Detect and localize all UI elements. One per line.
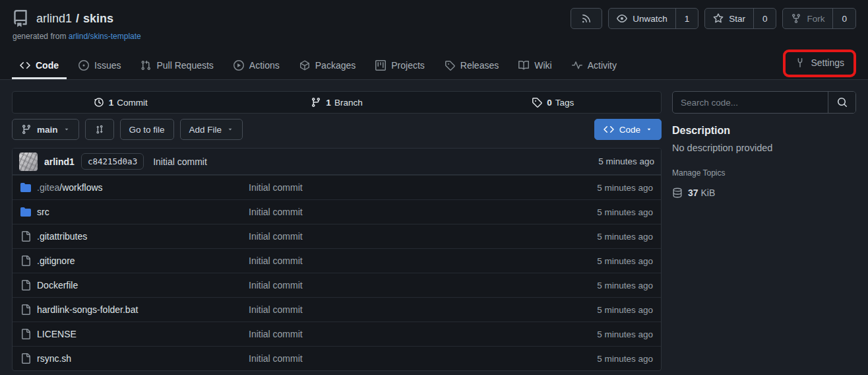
pulse-icon: [572, 60, 582, 71]
caret-down-icon: [227, 126, 233, 133]
folder-icon: [20, 207, 31, 217]
manage-topics-link[interactable]: Manage Topics: [672, 168, 726, 178]
file-link[interactable]: .gitattributes: [37, 231, 87, 242]
file-commit-message-link[interactable]: Initial commit: [249, 231, 597, 242]
branches-stat[interactable]: 1 Branch: [229, 92, 445, 113]
commit-label: Commit: [117, 98, 148, 108]
stars-count[interactable]: 0: [753, 9, 776, 28]
issue-opened-icon: [78, 60, 89, 71]
forks-count[interactable]: 0: [832, 9, 855, 28]
tab-actions[interactable]: Actions: [226, 53, 288, 79]
file-link[interactable]: LICENSE: [37, 329, 77, 339]
branch-label: Branch: [334, 98, 363, 108]
file-link[interactable]: hardlink-songs-folder.bat: [37, 304, 138, 315]
tag-label: Tags: [555, 98, 574, 108]
git-branch-icon: [21, 124, 32, 135]
add-file-button[interactable]: Add File: [180, 119, 243, 140]
add-file-label: Add File: [189, 125, 222, 135]
file-icon: [20, 329, 31, 339]
file-commit-message-link[interactable]: Initial commit: [249, 304, 597, 315]
tab-issues[interactable]: Issues: [71, 53, 129, 79]
folder-icon: [20, 182, 31, 193]
table-row: .gitea/workflows Initial commit 5 minute…: [13, 175, 661, 199]
fork-button[interactable]: Fork: [783, 9, 832, 28]
tags-stat[interactable]: 0 Tags: [445, 92, 661, 113]
repo-action-buttons: Unwatch 1 Star 0 Fork 0: [571, 8, 856, 29]
branch-selector[interactable]: main: [12, 119, 79, 140]
annotation-red-box: Settings: [783, 50, 856, 77]
file-browser-box: arlind1 c84215d0a3 Initial commit 5 minu…: [12, 148, 662, 371]
file-link[interactable]: Dockerfile: [37, 280, 78, 290]
repo-size-unit: KiB: [700, 188, 715, 198]
code-download-button[interactable]: Code: [594, 119, 662, 140]
file-commit-message-link[interactable]: Initial commit: [249, 329, 597, 339]
tab-label: Packages: [315, 60, 356, 71]
fork-label: Fork: [807, 14, 824, 24]
tab-packages[interactable]: Packages: [292, 53, 363, 79]
git-pull-request-icon: [140, 60, 151, 71]
rss-icon: [581, 13, 592, 24]
tab-projects[interactable]: Projects: [367, 53, 433, 79]
branch-count: 1: [326, 98, 331, 108]
rss-feed-button[interactable]: [571, 9, 602, 28]
repo-owner-link[interactable]: arlind1: [36, 12, 72, 25]
file-commit-message-link[interactable]: Initial commit: [249, 256, 597, 266]
tab-releases[interactable]: Releases: [437, 53, 507, 79]
tab-label: Issues: [94, 60, 121, 71]
file-path-prefix: .gitea: [37, 182, 59, 193]
tag-count: 0: [547, 98, 552, 108]
star-button[interactable]: Star: [705, 9, 753, 28]
avatar: [19, 153, 38, 171]
description-title: Description: [672, 125, 856, 137]
generated-from-template-link[interactable]: arlind/skins-template: [69, 32, 141, 41]
table-row: .gitignore Initial commit 5 minutes ago: [13, 248, 661, 273]
repo-name-link[interactable]: skins: [83, 12, 113, 25]
latest-commit-row: arlind1 c84215d0a3 Initial commit 5 minu…: [13, 149, 661, 175]
tab-activity[interactable]: Activity: [564, 53, 625, 79]
tab-code[interactable]: Code: [12, 53, 67, 79]
file-commit-message-link[interactable]: Initial commit: [249, 280, 597, 290]
tab-label: Wiki: [534, 60, 551, 71]
tab-wiki[interactable]: Wiki: [511, 53, 559, 79]
generated-from: generated from arlind/skins-template: [13, 32, 141, 41]
commits-stat[interactable]: 1 Commit: [13, 92, 229, 113]
search-button[interactable]: [828, 92, 855, 113]
compare-button[interactable]: [85, 119, 114, 140]
eye-icon: [617, 13, 627, 24]
file-commit-message-link[interactable]: Initial commit: [249, 182, 597, 193]
file-time: 5 minutes ago: [597, 232, 653, 242]
file-commit-message-link[interactable]: Initial commit: [249, 353, 597, 364]
tab-settings[interactable]: Settings: [786, 52, 853, 75]
file-commit-message-link[interactable]: Initial commit: [249, 207, 597, 217]
page-header: arlind1 / skins generated from arlind/sk…: [0, 0, 868, 80]
table-row: LICENSE Initial commit 5 minutes ago: [13, 322, 661, 346]
commit-hash-link[interactable]: c84215d0a3: [81, 153, 144, 170]
watchers-count[interactable]: 1: [675, 9, 698, 28]
tag-icon: [445, 60, 455, 71]
file-link[interactable]: .gitignore: [37, 256, 75, 266]
tab-label: Actions: [249, 60, 280, 71]
file-name: /workflows: [59, 182, 102, 193]
goto-file-button[interactable]: Go to file: [120, 119, 174, 140]
repo-title-block: arlind1 / skins generated from arlind/sk…: [12, 8, 141, 41]
commit-message-link[interactable]: Initial commit: [153, 156, 207, 167]
table-row: Dockerfile Initial commit 5 minutes ago: [13, 273, 661, 297]
unwatch-label: Unwatch: [633, 14, 667, 24]
history-icon: [94, 97, 104, 108]
unwatch-button[interactable]: Unwatch: [609, 9, 675, 28]
file-name: .gitignore: [37, 256, 75, 266]
tab-label: Releases: [460, 60, 499, 71]
project-board-icon: [375, 60, 386, 71]
repo-sidebar: Description No description provided Mana…: [672, 91, 856, 371]
file-link[interactable]: rsync.sh: [37, 353, 71, 364]
file-icon: [20, 304, 31, 315]
file-link[interactable]: src: [37, 207, 49, 217]
repo-title: arlind1 / skins: [12, 10, 141, 27]
search-input[interactable]: [673, 92, 828, 113]
tab-pull-requests[interactable]: Pull Requests: [133, 53, 221, 79]
file-link[interactable]: .gitea/workflows: [37, 182, 103, 193]
file-icon: [20, 256, 31, 266]
repo-size-value: 37: [688, 188, 698, 198]
star-icon: [713, 13, 724, 24]
commit-author-link[interactable]: arlind1: [44, 156, 75, 167]
